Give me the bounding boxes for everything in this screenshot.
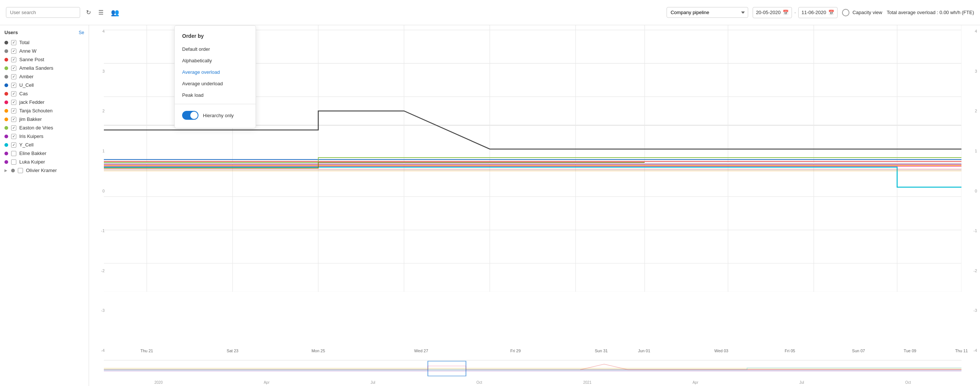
capacity-radio[interactable] <box>842 9 850 16</box>
user-list-item[interactable]: Easton de Vries <box>0 124 89 132</box>
user-list-item[interactable]: Anne W <box>0 47 89 55</box>
user-checkbox[interactable] <box>11 134 16 139</box>
user-checkbox[interactable] <box>11 159 16 165</box>
mini-x-tick: Apr <box>692 380 698 384</box>
user-dot <box>5 135 8 138</box>
y-tick-left: 2 <box>92 109 105 113</box>
y-tick-left: -3 <box>92 308 105 313</box>
user-name: Cas <box>19 91 28 97</box>
user-checkbox[interactable] <box>11 49 16 54</box>
user-checkbox[interactable] <box>11 57 16 62</box>
user-checkbox[interactable] <box>11 100 16 105</box>
date-from-field[interactable]: 20-05-2020 📅 <box>752 7 792 18</box>
user-dot <box>5 67 8 70</box>
user-checkbox[interactable] <box>11 108 16 113</box>
user-search-input[interactable] <box>6 7 80 18</box>
user-list-item[interactable]: jim Bakker <box>0 115 89 124</box>
mini-x-axis: 2020AprJulOct2021AprJulOct <box>104 380 961 386</box>
user-name: Amelia Sanders <box>19 65 53 71</box>
order-menu-item[interactable]: Peak load <box>175 89 256 101</box>
user-list: Total Anne W Sanne Post Amelia Sanders A… <box>0 38 89 175</box>
user-list-item[interactable]: Eline Bakker <box>0 149 89 157</box>
user-checkbox[interactable] <box>11 40 16 45</box>
user-list-item[interactable]: Y_Cell <box>0 141 89 149</box>
x-tick: Mon 25 <box>312 349 325 353</box>
user-name: Total <box>19 40 29 45</box>
user-checkbox[interactable] <box>11 142 16 148</box>
user-list-item[interactable]: Luka Kuiper <box>0 157 89 166</box>
x-tick: Fri 05 <box>785 349 795 353</box>
y-tick-right: 0 <box>964 189 977 193</box>
user-checkbox[interactable] <box>11 91 16 97</box>
user-checkbox[interactable] <box>11 151 16 156</box>
sort-button[interactable]: ☰ <box>97 8 105 17</box>
sidebar-header: Users Se <box>0 28 89 38</box>
sidebar-select-link[interactable]: Se <box>79 30 84 35</box>
total-average-label: Total average overload : 0.00 wh/h (FTE) <box>886 10 974 15</box>
user-checkbox[interactable] <box>18 168 23 173</box>
y-tick-left: 4 <box>92 29 105 33</box>
user-checkbox[interactable] <box>11 83 16 88</box>
user-list-item[interactable]: Iris Kuipers <box>0 132 89 141</box>
mini-x-tick: 2021 <box>583 380 591 384</box>
x-tick: Wed 27 <box>414 349 428 353</box>
user-dot <box>5 160 8 164</box>
x-tick: Sun 07 <box>852 349 865 353</box>
x-tick: Tue 09 <box>904 349 916 353</box>
toggle-slider <box>182 111 199 120</box>
user-list-item[interactable]: Total <box>0 38 89 47</box>
x-tick: Fri 29 <box>511 349 521 353</box>
user-name: Amber <box>19 74 33 79</box>
capacity-toggle: Capacity view <box>842 9 882 16</box>
order-menu-item[interactable]: Average overload <box>175 67 256 78</box>
user-list-item[interactable]: Amber <box>0 72 89 81</box>
x-tick: Sun 31 <box>595 349 608 353</box>
user-list-item[interactable]: Tanja Schouten <box>0 106 89 115</box>
mini-x-tick: Oct <box>905 380 911 384</box>
people-button[interactable]: 👥 <box>110 7 121 18</box>
x-tick: Jun 01 <box>638 349 650 353</box>
user-checkbox[interactable] <box>11 117 16 122</box>
x-axis: Thu 21Sat 23Mon 25Wed 27Fri 29Sun 31Jun … <box>104 345 961 356</box>
mini-x-tick: 2020 <box>154 380 162 384</box>
user-checkbox[interactable] <box>11 66 16 71</box>
user-list-item[interactable]: Sanne Post <box>0 55 89 64</box>
y-tick-right: -1 <box>964 229 977 233</box>
user-list-item[interactable]: jack Fedder <box>0 98 89 106</box>
user-dot <box>5 75 8 79</box>
mini-x-tick: Jul <box>799 380 804 384</box>
refresh-button[interactable]: ↻ <box>84 8 92 17</box>
y-tick-right: -2 <box>964 268 977 273</box>
user-name: jack Fedder <box>19 99 45 105</box>
y-tick-right: 1 <box>964 149 977 153</box>
user-dot <box>5 126 8 130</box>
date-to-field[interactable]: 11-06-2020 📅 <box>798 7 838 18</box>
user-list-item[interactable]: ▶ Olivier Kramer <box>0 166 89 175</box>
user-list-item[interactable]: U_Cell <box>0 81 89 89</box>
hierarchy-toggle[interactable] <box>182 111 199 120</box>
calendar-to-icon: 📅 <box>828 10 834 16</box>
hierarchy-label: Hierarchy only <box>203 113 234 118</box>
user-dot <box>5 118 8 121</box>
order-menu-item[interactable]: Average underload <box>175 78 256 89</box>
y-tick-left: 3 <box>92 69 105 73</box>
pipeline-select[interactable]: Company pipeline <box>667 7 748 18</box>
user-list-item[interactable]: Amelia Sanders <box>0 64 89 72</box>
user-checkbox[interactable] <box>11 74 16 79</box>
mini-x-tick: Jul <box>371 380 375 384</box>
user-list-item[interactable]: Cas <box>0 89 89 98</box>
order-menu-item[interactable]: Alphabetically <box>175 55 256 67</box>
user-checkbox[interactable] <box>11 125 16 130</box>
user-name: Tanja Schouten <box>19 108 52 113</box>
order-title: Order by <box>175 30 256 43</box>
capacity-label: Capacity view <box>853 10 882 15</box>
people-icon: 👥 <box>111 8 119 17</box>
order-menu-item[interactable]: Default order <box>175 43 256 55</box>
user-name: Eline Bakker <box>19 151 46 156</box>
hierarchy-row: Hierarchy only <box>175 107 256 124</box>
x-tick: Thu 11 <box>955 349 968 353</box>
user-dot <box>5 41 8 44</box>
user-dot <box>5 100 8 104</box>
toolbar: ↻ ☰ 👥 Company pipeline 20-05-2020 📅 - 11… <box>0 0 980 25</box>
user-name: Easton de Vries <box>19 125 53 130</box>
